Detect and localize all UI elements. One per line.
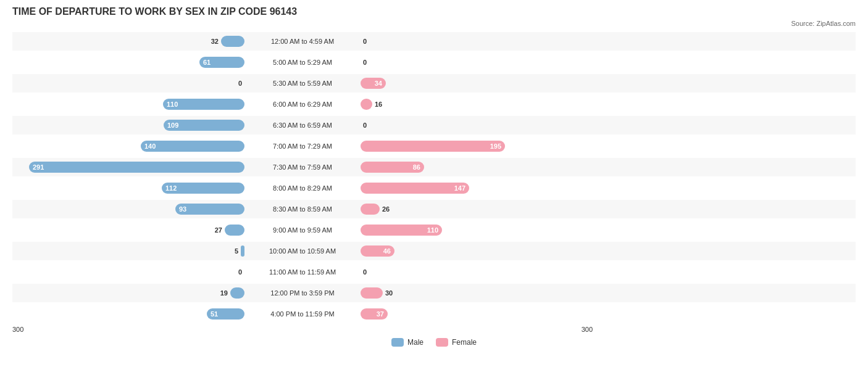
male-bar-container: 109 [12, 120, 247, 131]
time-label: 5:00 AM to 5:29 AM [247, 59, 358, 66]
chart-row: 05:30 AM to 5:59 AM34 [12, 74, 856, 93]
female-bar-container: 34 [358, 78, 593, 89]
time-label: 6:30 AM to 6:59 AM [247, 122, 358, 129]
time-label: 11:00 AM to 11:59 AM [247, 268, 358, 276]
time-label: 12:00 PM to 3:59 PM [247, 289, 358, 297]
time-label: 12:00 AM to 4:59 AM [247, 38, 358, 45]
male-bar-container: 0 [12, 268, 247, 276]
female-bar-container: 147 [358, 183, 593, 194]
time-label: 9:00 AM to 9:59 AM [247, 226, 358, 234]
chart-row: 510:00 AM to 10:59 AM46 [12, 242, 856, 260]
female-bar-value-outside: 26 [382, 205, 399, 213]
source-label: Source: ZipAtlas.com [12, 20, 856, 27]
female-bar-container: 110 [358, 225, 593, 236]
legend: Male Female [12, 338, 856, 347]
chart-row: 2917:30 AM to 7:59 AM86 [12, 158, 856, 176]
female-bar-value: 0 [363, 268, 380, 276]
female-bar-container: 37 [358, 308, 593, 320]
male-bar-container: 140 [12, 141, 247, 152]
female-bar-container: 16 [358, 99, 593, 110]
female-bar-container: 26 [358, 204, 593, 215]
chart-row: 3212:00 AM to 4:59 AM0 [12, 32, 856, 51]
male-bar-value: 32 [201, 38, 219, 45]
chart-row: 011:00 AM to 11:59 AM0 [12, 263, 856, 281]
female-bar-container: 0 [358, 38, 593, 45]
male-bar-container: 93 [12, 204, 247, 215]
axis-right-value: 300 [582, 326, 593, 333]
male-bar-value: 5 [221, 247, 238, 255]
female-bar-value: 46 [383, 247, 391, 255]
axis-left-value: 300 [12, 326, 23, 333]
axis-left-label: 300 [12, 326, 247, 333]
legend-female-label: Female [452, 338, 477, 347]
female-bar-value: 0 [363, 59, 380, 66]
chart-row: 279:00 AM to 9:59 AM110 [12, 221, 856, 239]
female-bar-container: 0 [358, 59, 593, 66]
female-bar-value: 0 [363, 38, 380, 45]
male-bar-container: 0 [12, 80, 247, 87]
male-bar-value: 140 [144, 142, 156, 150]
chart-row: 1407:00 AM to 7:29 AM195 [12, 137, 856, 155]
male-bar-container: 61 [12, 57, 247, 68]
male-bar-value: 19 [211, 289, 228, 297]
female-bar-value-outside: 30 [385, 289, 403, 297]
chart-row: 514:00 PM to 11:59 PM37 [12, 305, 856, 323]
legend-male-box [391, 338, 404, 347]
chart-title: TIME OF DEPARTURE TO WORK BY SEX IN ZIP … [12, 6, 856, 17]
chart-area: 3212:00 AM to 4:59 AM0615:00 AM to 5:29 … [12, 32, 856, 323]
female-bar-container: 46 [358, 245, 593, 257]
chart-row: 1106:00 AM to 6:29 AM16 [12, 95, 856, 113]
chart-row: 938:30 AM to 8:59 AM26 [12, 200, 856, 218]
time-label: 5:30 AM to 5:59 AM [247, 80, 358, 87]
chart-row: 1912:00 PM to 3:59 PM30 [12, 284, 856, 302]
time-label: 4:00 PM to 11:59 PM [247, 310, 358, 318]
time-label: 8:00 AM to 8:29 AM [247, 184, 358, 192]
axis-right-label: 300 [358, 326, 593, 333]
male-bar-value: 109 [167, 122, 178, 129]
male-bar-value: 93 [179, 205, 186, 213]
female-bar-value: 195 [490, 142, 501, 150]
male-bar-container: 291 [12, 162, 247, 173]
male-bar-value: 0 [225, 80, 242, 87]
female-bar-value: 110 [427, 226, 438, 234]
male-bar-container: 19 [12, 287, 247, 299]
chart-row: 615:00 AM to 5:29 AM0 [12, 53, 856, 72]
axis-row: 300 300 [12, 326, 856, 333]
female-bar-value: 34 [375, 80, 382, 87]
male-bar-container: 51 [12, 308, 247, 320]
time-label: 10:00 AM to 10:59 AM [247, 247, 358, 255]
male-bar-value: 110 [167, 101, 178, 108]
male-bar-value: 61 [203, 59, 211, 66]
male-bar-container: 32 [12, 36, 247, 47]
female-bar-value: 147 [454, 184, 465, 192]
female-bar-value: 0 [363, 122, 380, 129]
female-bar-container: 86 [358, 162, 593, 173]
male-bar-value: 291 [33, 163, 44, 171]
male-bar-container: 110 [12, 99, 247, 110]
male-bar-container: 5 [12, 245, 247, 257]
time-label: 7:30 AM to 7:59 AM [247, 163, 358, 171]
male-bar-value: 51 [211, 310, 218, 318]
male-bar-value: 27 [205, 226, 222, 234]
female-bar-container: 0 [358, 268, 593, 276]
legend-male-label: Male [407, 338, 424, 347]
female-bar-container: 195 [358, 141, 593, 152]
male-bar-value: 112 [165, 184, 177, 192]
female-bar-container: 30 [358, 287, 593, 299]
time-label: 7:00 AM to 7:29 AM [247, 142, 358, 150]
male-bar-container: 27 [12, 225, 247, 236]
legend-female: Female [436, 338, 477, 347]
female-bar-value-outside: 16 [375, 101, 392, 108]
time-label: 8:30 AM to 8:59 AM [247, 205, 358, 213]
female-bar-value: 37 [377, 310, 384, 318]
male-bar-container: 112 [12, 183, 247, 194]
time-label: 6:00 AM to 6:29 AM [247, 101, 358, 108]
legend-male: Male [391, 338, 424, 347]
chart-row: 1128:00 AM to 8:29 AM147 [12, 179, 856, 197]
female-bar-container: 0 [358, 122, 593, 129]
legend-female-box [436, 338, 448, 347]
female-bar-value: 86 [413, 163, 420, 171]
chart-row: 1096:30 AM to 6:59 AM0 [12, 116, 856, 134]
male-bar-value: 0 [225, 268, 242, 276]
